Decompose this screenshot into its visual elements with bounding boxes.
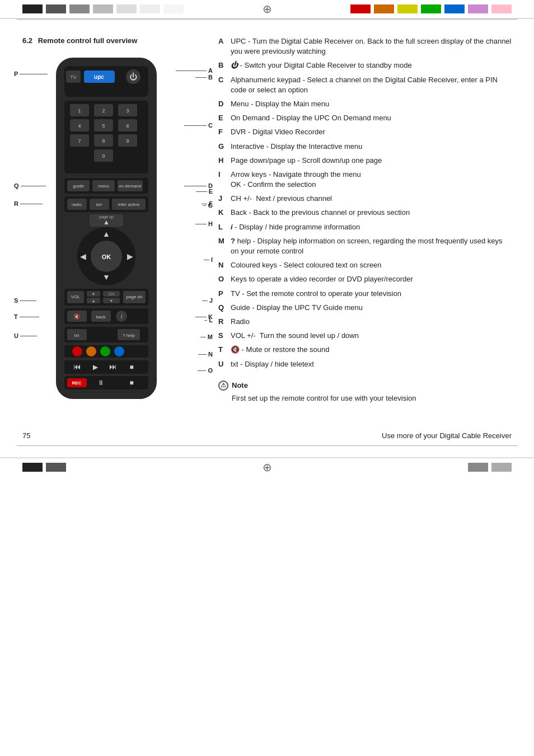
desc-letter-E: E: [218, 113, 231, 123]
label-U: U: [14, 332, 37, 339]
svg-text:▲: ▲: [102, 229, 110, 238]
svg-text:⏻: ⏻: [129, 72, 137, 81]
desc-text-U: txt - Display / hide teletext: [231, 359, 512, 369]
desc-text-G: Interactive - Display the Interactive me…: [231, 142, 512, 152]
svg-text:page dn: page dn: [127, 294, 143, 299]
desc-letter-M: M: [218, 236, 231, 246]
strip-green: [421, 4, 441, 13]
strip-2: [46, 4, 66, 13]
svg-point-79: [72, 346, 82, 356]
label-E: E: [196, 188, 213, 195]
desc-row-S: S VOL +/- Turn the sound level up / down: [218, 331, 512, 341]
desc-letter-C: C: [218, 75, 231, 85]
desc-row-I: I Arrow keys - Navigate through the menu…: [218, 170, 512, 190]
svg-text:⏸: ⏸: [97, 379, 104, 387]
svg-text:3: 3: [126, 108, 129, 114]
strip-orange: [374, 4, 394, 13]
desc-text-T: 🔇 - Mute or restore the sound: [231, 345, 512, 355]
desc-letter-U: U: [218, 359, 231, 369]
desc-letter-S: S: [218, 331, 231, 341]
svg-text:TV: TV: [70, 74, 77, 80]
strip-lightpink: [491, 4, 512, 13]
section-heading: 6.2 Remote control full overview: [22, 36, 202, 45]
desc-row-G: G Interactive - Display the Interactive …: [218, 142, 512, 152]
desc-letter-B: B: [218, 60, 231, 71]
note-icon: ⚠: [218, 381, 228, 391]
svg-text:REC: REC: [72, 381, 82, 386]
desc-row-F: F DVR - Digital Video Recorder: [218, 127, 512, 137]
label-L: L: [204, 317, 213, 323]
svg-point-81: [100, 346, 110, 356]
note-text: First set up the remote control for use …: [218, 394, 512, 402]
svg-text:4: 4: [78, 123, 81, 129]
header-color-strips-left: [22, 4, 184, 13]
desc-letter-P: P: [218, 289, 231, 299]
svg-text:? help: ? help: [123, 333, 135, 338]
desc-text-K: Back - Back to the previous channel or p…: [231, 208, 512, 218]
desc-letter-F: F: [218, 127, 231, 137]
desc-row-R: R Radio: [218, 317, 512, 327]
desc-letter-K: K: [218, 208, 231, 218]
desc-letter-G: G: [218, 142, 231, 152]
desc-text-L: i - Display / hide programme information: [231, 222, 512, 232]
desc-letter-H: H: [218, 156, 231, 166]
footer-crosshair: ⊕: [263, 461, 272, 474]
svg-point-82: [114, 346, 124, 356]
footer-color-strips-left: [22, 463, 66, 472]
desc-text-O: Keys to operate a video recorder or DVD …: [231, 274, 512, 284]
svg-text:inter active: inter active: [118, 202, 140, 207]
footer-color-strips-right: [468, 463, 512, 472]
svg-text:7: 7: [78, 138, 81, 144]
strip-blue: [444, 4, 465, 13]
desc-text-Q: Guide - Display the UPC TV Guide menu: [231, 303, 512, 313]
desc-row-C: C Alphanumeric keypad - Select a channel…: [218, 75, 512, 95]
strip-yellow: [397, 4, 418, 13]
label-S: S: [14, 297, 36, 304]
label-Q: Q: [14, 182, 46, 189]
desc-letter-R: R: [218, 317, 231, 327]
svg-text:⏭: ⏭: [109, 362, 117, 371]
label-O: O: [198, 367, 213, 374]
label-G: G: [203, 202, 213, 209]
desc-letter-T: T: [218, 345, 231, 355]
svg-text:▶: ▶: [93, 363, 99, 371]
page-footer: 75 Use more of your Digital Cable Receiv…: [0, 426, 534, 445]
desc-text-E: On Demand - Display the UPC On Demand me…: [231, 113, 512, 123]
svg-text:■: ■: [129, 363, 133, 371]
svg-text:back: back: [96, 314, 106, 320]
svg-text:VOL: VOL: [71, 294, 81, 299]
svg-text:on demand: on demand: [119, 184, 141, 189]
strip-4: [93, 4, 113, 13]
desc-row-K: K Back - Back to the previous channel or…: [218, 208, 512, 218]
label-H: H: [195, 220, 213, 227]
strip-1: [22, 4, 43, 13]
bottom-rule: [17, 445, 517, 446]
svg-text:▼: ▼: [110, 299, 114, 303]
header-decoration: ⊕: [0, 0, 534, 19]
svg-text:OK: OK: [102, 253, 111, 260]
svg-text:6: 6: [126, 123, 129, 129]
desc-letter-Q: Q: [218, 303, 231, 313]
remote-wrapper: upc TV ⏻ 1 2 3 4 5: [45, 55, 179, 403]
desc-row-O: O Keys to operate a video recorder or DV…: [218, 274, 512, 284]
desc-text-S: VOL +/- Turn the sound level up / down: [231, 331, 512, 341]
svg-text:■: ■: [129, 379, 133, 387]
desc-text-D: Menu - Display the Main menu: [231, 99, 512, 109]
svg-text:0: 0: [102, 153, 105, 159]
svg-text:menu: menu: [98, 184, 109, 189]
strip-7: [163, 4, 184, 13]
left-column: 6.2 Remote control full overview upc TV …: [22, 36, 202, 403]
desc-row-U: U txt - Display / hide teletext: [218, 359, 512, 369]
desc-row-N: N Coloured keys - Select coloured text o…: [218, 260, 512, 270]
header-crosshair: ⊕: [263, 2, 272, 16]
page-number: 75: [22, 431, 30, 440]
svg-text:CH: CH: [109, 292, 114, 296]
label-P: P: [14, 71, 48, 77]
svg-text:▲: ▲: [92, 299, 96, 303]
desc-row-D: D Menu - Display the Main menu: [218, 99, 512, 109]
header-color-strips-right: [350, 4, 512, 13]
desc-letter-A: A: [218, 36, 231, 46]
desc-letter-N: N: [218, 260, 231, 270]
svg-text:⏮: ⏮: [73, 362, 81, 371]
desc-text-C: Alphanumeric keypad - Select a channel o…: [231, 75, 512, 95]
